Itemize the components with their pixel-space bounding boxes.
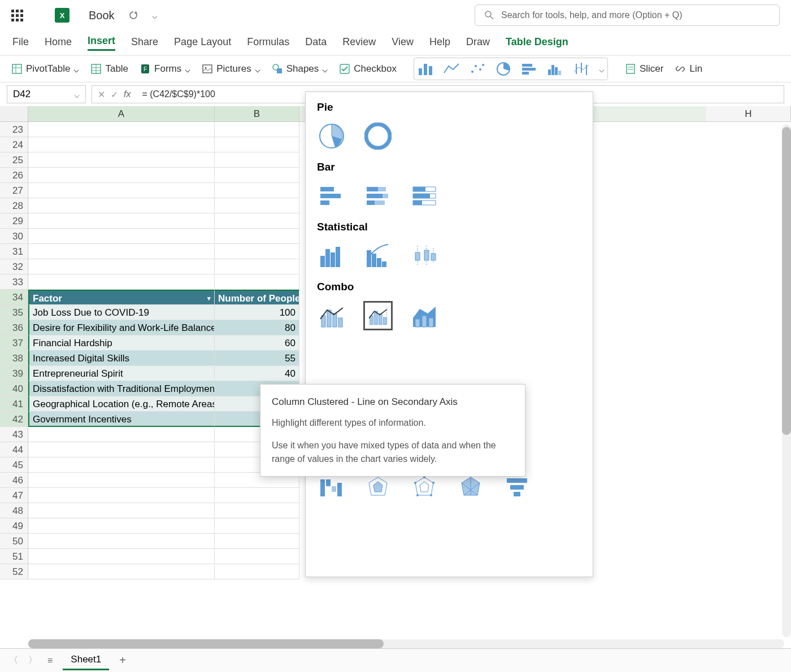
cell[interactable]: 60 bbox=[215, 335, 299, 351]
link-button[interactable]: Lin bbox=[675, 63, 702, 75]
row-header[interactable]: 39 bbox=[0, 366, 28, 381]
cell[interactable] bbox=[215, 274, 299, 290]
row-header[interactable]: 30 bbox=[0, 229, 28, 244]
shapes-button[interactable]: Shapes ⌵ bbox=[272, 63, 328, 75]
line-chart-icon[interactable] bbox=[443, 62, 460, 76]
forms-button[interactable]: F Forms ⌵ bbox=[140, 63, 190, 75]
cancel-icon[interactable]: ✕ bbox=[98, 89, 105, 100]
document-title[interactable]: Book bbox=[89, 9, 115, 22]
column-header-h[interactable]: H bbox=[706, 106, 791, 121]
waterfall-option[interactable] bbox=[317, 473, 346, 502]
cell[interactable] bbox=[28, 168, 215, 183]
row-header[interactable]: 23 bbox=[0, 122, 28, 137]
tab-home[interactable]: Home bbox=[45, 36, 72, 50]
row-header[interactable]: 36 bbox=[0, 320, 28, 335]
row-header[interactable]: 47 bbox=[0, 488, 28, 503]
cell[interactable] bbox=[28, 152, 215, 168]
column-header-a[interactable]: A bbox=[28, 106, 215, 121]
cell[interactable] bbox=[28, 244, 215, 259]
tab-view[interactable]: View bbox=[392, 36, 414, 50]
column-chart-icon[interactable] bbox=[417, 62, 434, 76]
cell[interactable] bbox=[215, 534, 299, 549]
search-input[interactable]: Search for tools, help, and more (Option… bbox=[475, 5, 780, 26]
cell[interactable] bbox=[28, 213, 215, 229]
chevron-down-icon[interactable]: ⌵ bbox=[152, 10, 158, 21]
row-header[interactable]: 25 bbox=[0, 152, 28, 168]
row-header[interactable]: 27 bbox=[0, 183, 28, 198]
cell[interactable] bbox=[28, 274, 215, 290]
cell[interactable] bbox=[215, 259, 299, 274]
cell[interactable] bbox=[28, 122, 215, 137]
cell[interactable] bbox=[28, 183, 215, 198]
column-header-b[interactable]: B bbox=[215, 106, 299, 121]
row-header[interactable]: 40 bbox=[0, 381, 28, 396]
bar-100stacked-option[interactable] bbox=[410, 181, 439, 211]
cell[interactable] bbox=[28, 534, 215, 549]
combo-stacked-area-option[interactable] bbox=[410, 301, 439, 330]
cell[interactable] bbox=[215, 549, 299, 564]
cell[interactable] bbox=[215, 122, 299, 137]
sheet-tab-sheet1[interactable]: Sheet1 bbox=[63, 651, 109, 670]
refresh-icon[interactable] bbox=[128, 10, 138, 20]
row-header[interactable]: 32 bbox=[0, 259, 28, 274]
cell[interactable] bbox=[215, 564, 299, 579]
tab-page-layout[interactable]: Page Layout bbox=[174, 36, 231, 50]
funnel-option[interactable] bbox=[502, 473, 532, 502]
histogram-option[interactable] bbox=[317, 241, 346, 270]
radar-markers-option[interactable] bbox=[410, 473, 439, 502]
cell[interactable] bbox=[28, 503, 215, 518]
combo-clustered-line-option[interactable] bbox=[317, 301, 346, 330]
radar-filled-option[interactable] bbox=[456, 473, 485, 502]
fx-icon[interactable]: fx bbox=[124, 89, 131, 99]
cell[interactable]: 100 bbox=[215, 305, 299, 320]
table-button[interactable]: Table bbox=[90, 63, 128, 75]
cell[interactable]: Desire for Flexibility and Work-Life Bal… bbox=[28, 320, 215, 335]
cell[interactable]: 80 bbox=[215, 320, 299, 335]
select-all-corner[interactable] bbox=[0, 106, 28, 121]
cell[interactable]: Government Incentives bbox=[28, 412, 215, 427]
cell[interactable] bbox=[215, 137, 299, 152]
chevron-down-icon[interactable]: ⌵ bbox=[599, 64, 605, 75]
tab-file[interactable]: File bbox=[12, 36, 29, 50]
cell[interactable] bbox=[28, 564, 215, 579]
row-header[interactable]: 45 bbox=[0, 457, 28, 473]
cell[interactable] bbox=[28, 473, 215, 488]
cell[interactable] bbox=[28, 427, 215, 442]
pareto-option[interactable] bbox=[363, 241, 393, 270]
cell[interactable] bbox=[28, 229, 215, 244]
row-header[interactable]: 44 bbox=[0, 442, 28, 457]
cell[interactable]: 40 bbox=[215, 366, 299, 381]
row-header[interactable]: 34 bbox=[0, 290, 28, 305]
checkbox-button[interactable]: Checkbox bbox=[339, 63, 397, 75]
cell[interactable] bbox=[28, 259, 215, 274]
cell[interactable]: Number of People bbox=[215, 290, 299, 305]
row-header[interactable]: 37 bbox=[0, 335, 28, 351]
row-header[interactable]: 38 bbox=[0, 351, 28, 366]
tab-review[interactable]: Review bbox=[342, 36, 376, 50]
stock-chart-icon[interactable] bbox=[573, 62, 590, 76]
cell[interactable] bbox=[28, 442, 215, 457]
row-header[interactable]: 46 bbox=[0, 473, 28, 488]
cell[interactable] bbox=[215, 198, 299, 213]
cell-reference-input[interactable]: D42 ⌵ bbox=[7, 85, 86, 103]
combo-clustered-line-secondary-option[interactable] bbox=[363, 301, 393, 330]
cell[interactable] bbox=[215, 488, 299, 503]
row-header[interactable]: 29 bbox=[0, 213, 28, 229]
pie-chart-option[interactable] bbox=[317, 121, 346, 151]
row-header[interactable]: 26 bbox=[0, 168, 28, 183]
row-header[interactable]: 50 bbox=[0, 534, 28, 549]
cell[interactable]: Financial Hardship bbox=[28, 335, 215, 351]
tab-draw[interactable]: Draw bbox=[466, 36, 490, 50]
cell[interactable] bbox=[28, 198, 215, 213]
row-header[interactable]: 33 bbox=[0, 274, 28, 290]
cell[interactable] bbox=[28, 549, 215, 564]
cell[interactable] bbox=[215, 152, 299, 168]
row-header[interactable]: 49 bbox=[0, 518, 28, 534]
row-header[interactable]: 48 bbox=[0, 503, 28, 518]
row-header[interactable]: 52 bbox=[0, 564, 28, 579]
bar-stacked-option[interactable] bbox=[363, 181, 393, 211]
scatter-chart-icon[interactable] bbox=[469, 62, 486, 76]
row-header[interactable]: 35 bbox=[0, 305, 28, 320]
radar-option[interactable] bbox=[363, 473, 393, 502]
cell[interactable] bbox=[28, 518, 215, 534]
